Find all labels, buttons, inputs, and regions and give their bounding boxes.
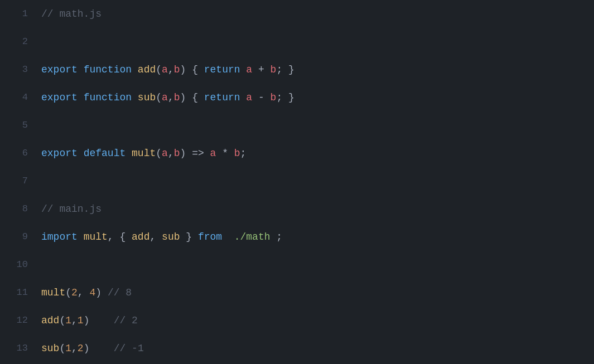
- token-punctuation: ,: [168, 92, 174, 103]
- token-kw-function: function: [84, 64, 132, 75]
- token-param: a: [162, 92, 168, 103]
- token-plain: }: [282, 64, 294, 75]
- token-param: a: [162, 148, 168, 159]
- code-line: 9import mult, { add, sub } from ./math ;: [0, 223, 594, 251]
- token-plain: [240, 64, 247, 75]
- token-param: b: [174, 64, 180, 75]
- token-kw-import: import: [41, 231, 78, 242]
- token-plain: [89, 343, 113, 354]
- line-number: 13: [11, 334, 28, 362]
- token-param: b: [174, 148, 180, 159]
- line-number: 4: [11, 84, 28, 111]
- code-content: export function sub(a,b) { return a - b;…: [41, 84, 583, 111]
- token-comment: // math.js: [41, 8, 102, 20]
- token-punctuation: ;: [276, 92, 282, 103]
- code-line: 8// main.js: [0, 195, 594, 223]
- token-path: ./math: [234, 231, 271, 242]
- token-param: b: [271, 64, 277, 75]
- code-line: 10: [0, 251, 594, 279]
- token-punctuation: ,: [71, 315, 78, 326]
- token-punctuation: ): [180, 64, 186, 75]
- line-number: 3: [11, 56, 28, 84]
- token-param: a: [246, 92, 252, 103]
- token-punctuation: ): [84, 343, 90, 354]
- token-fn-name: sub: [41, 343, 59, 354]
- token-punctuation: (: [65, 287, 71, 298]
- token-plain: [78, 64, 84, 75]
- token-param: a: [210, 148, 216, 159]
- line-number: 1: [11, 0, 28, 28]
- code-line: 1// math.js: [0, 0, 594, 28]
- token-number: 4: [89, 287, 95, 298]
- token-punctuation: ): [180, 148, 186, 159]
- code-line: 6export default mult(a,b) => a * b;: [0, 139, 594, 167]
- token-kw-from: from: [198, 231, 222, 242]
- token-plain: [240, 92, 247, 103]
- token-fn-name: mult: [84, 231, 108, 242]
- token-number: 2: [78, 343, 84, 354]
- code-line: 5: [0, 111, 594, 139]
- token-param: b: [174, 92, 180, 103]
- code-line: 13sub(1,2) // -1: [0, 334, 594, 362]
- line-number: 8: [11, 195, 28, 223]
- code-line: 2: [0, 28, 594, 56]
- code-content: export function add(a,b) { return a + b;…: [41, 56, 583, 84]
- line-number: 12: [11, 307, 28, 334]
- token-param: a: [246, 64, 252, 75]
- token-kw-default: default: [84, 148, 126, 159]
- line-number: 7: [11, 167, 28, 195]
- token-fn-name: add: [41, 315, 59, 326]
- token-number: 1: [78, 315, 84, 326]
- token-kw-return: return: [204, 64, 240, 75]
- token-kw-export: export: [41, 64, 78, 75]
- token-plain: [78, 231, 84, 242]
- code-content: // main.js: [41, 195, 583, 223]
- token-param: b: [271, 92, 277, 103]
- token-kw-function: function: [84, 92, 132, 103]
- token-plain: {: [186, 92, 204, 103]
- token-punctuation: (: [156, 148, 162, 159]
- code-content: sub(1,2) // -1: [41, 334, 583, 362]
- token-kw-export: export: [41, 92, 78, 103]
- token-comment: // -1: [114, 343, 144, 354]
- token-plain: [125, 148, 132, 159]
- token-punctuation: ,: [71, 343, 78, 354]
- token-punctuation: ;: [276, 64, 282, 75]
- code-content: export default mult(a,b) => a * b;: [41, 139, 583, 167]
- line-number: 6: [11, 139, 28, 167]
- token-punctuation: ,: [168, 148, 174, 159]
- line-number: 2: [11, 28, 28, 56]
- token-punctuation: (: [59, 315, 65, 326]
- token-punctuation: ): [180, 92, 186, 103]
- token-fn-name: sub: [138, 92, 156, 103]
- token-punctuation: (: [156, 64, 162, 75]
- token-fn-name: add: [138, 64, 156, 75]
- token-plain: [222, 231, 234, 242]
- line-number: 9: [11, 223, 28, 251]
- code-content: // math.js: [41, 0, 583, 28]
- token-plain: ,: [78, 287, 90, 298]
- token-punctuation: (: [59, 343, 65, 354]
- token-punctuation: ): [95, 287, 102, 298]
- token-plain: -: [252, 92, 270, 103]
- token-plain: [132, 92, 138, 103]
- token-punctuation: (: [156, 92, 162, 103]
- token-fn-name: mult: [41, 287, 65, 298]
- code-line: 4export function sub(a,b) { return a - b…: [0, 84, 594, 111]
- token-plain: [132, 64, 138, 75]
- token-plain: [78, 92, 84, 103]
- token-param: b: [234, 148, 240, 159]
- code-line: 7: [0, 167, 594, 195]
- token-number: 2: [71, 287, 78, 298]
- line-number: 11: [11, 279, 28, 307]
- token-param: a: [162, 64, 168, 75]
- token-kw-return: return: [204, 92, 240, 103]
- token-comment: // 8: [108, 287, 132, 298]
- code-line: 11mult(2, 4) // 8: [0, 279, 594, 307]
- token-fn-name: mult: [132, 148, 156, 159]
- code-line: 12add(1,1) // 2: [0, 307, 594, 334]
- token-plain: +: [252, 64, 270, 75]
- token-comment: // 2: [114, 315, 138, 326]
- token-number: 1: [65, 343, 71, 354]
- token-plain: }: [282, 92, 294, 103]
